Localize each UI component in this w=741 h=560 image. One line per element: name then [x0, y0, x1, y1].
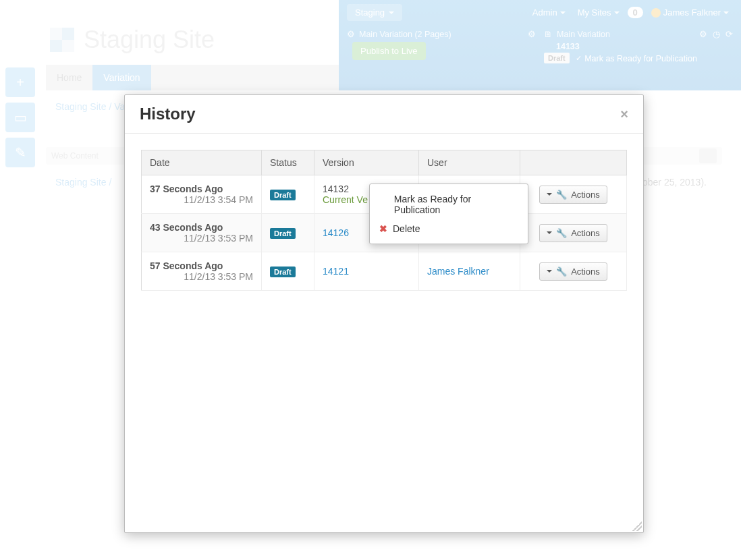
table-row: 57 Seconds Ago11/2/13 3:53 PM Draft 1412… — [142, 252, 627, 291]
body-breadcrumb[interactable]: Staging Site / — [55, 177, 111, 188]
mark-ready-item[interactable]: Mark as Ready for Publication — [370, 190, 528, 219]
user-link[interactable]: James Falkner — [427, 266, 489, 277]
variation-pages-label[interactable]: Main Variation (2 Pages) — [359, 30, 451, 39]
status-badge: Draft — [270, 267, 296, 277]
version-number: 14133 — [556, 42, 733, 51]
tab-home[interactable]: Home — [46, 65, 92, 90]
col-user: User — [419, 150, 520, 175]
modal-title: History — [140, 105, 196, 123]
gear-icon[interactable]: ⚙ — [528, 29, 536, 39]
chevron-down-icon — [389, 11, 394, 14]
history-modal: History × Date Status Version User 37 Se… — [124, 94, 644, 533]
actions-button[interactable]: 🔧Actions — [539, 262, 607, 281]
close-icon[interactable]: × — [620, 107, 628, 122]
chevron-down-icon — [560, 11, 566, 14]
mysites-menu[interactable]: My Sites — [574, 5, 624, 20]
preview-icon[interactable]: ▭ — [5, 103, 35, 132]
admin-menu[interactable]: Admin — [528, 5, 570, 20]
publish-to-live-button[interactable]: Publish to Live — [352, 42, 426, 60]
wrench-icon: 🔧 — [556, 228, 567, 238]
left-rail: + ▭ ✎ — [5, 67, 35, 167]
wrench-icon: 🔧 — [556, 190, 567, 200]
mark-ready-link[interactable]: Mark as Ready for Publication — [576, 54, 697, 63]
delete-icon: ✖ — [379, 223, 387, 234]
notification-badge[interactable]: 0 — [628, 7, 643, 18]
version-link[interactable]: 14126 — [323, 227, 349, 238]
delete-item[interactable]: ✖ Delete — [370, 219, 528, 238]
col-date: Date — [142, 150, 262, 175]
status-badge: Draft — [544, 53, 570, 63]
variation-label[interactable]: Main Variation — [557, 30, 610, 39]
actions-button[interactable]: 🔧Actions — [539, 186, 607, 204]
chevron-down-icon — [547, 193, 552, 196]
status-badge: Draft — [270, 190, 296, 200]
actions-button[interactable]: 🔧Actions — [539, 224, 607, 242]
reload-icon[interactable]: ⟳ — [725, 29, 733, 39]
avatar — [651, 8, 661, 18]
search-go-button[interactable] — [699, 148, 717, 163]
chevron-down-icon — [547, 231, 552, 234]
user-menu[interactable]: James Falkner — [647, 5, 733, 20]
gear-icon[interactable]: ⚙ — [347, 29, 355, 39]
site-title: Staging Site — [84, 26, 215, 54]
version-link[interactable]: 14121 — [323, 266, 349, 277]
admin-topbar: Staging Admin My Sites 0 James Falkner ⚙… — [339, 0, 741, 90]
search-placeholder: Web Content — [51, 151, 99, 161]
edit-icon[interactable]: ✎ — [5, 138, 35, 167]
actions-dropdown: Mark as Ready for Publication ✖ Delete — [369, 184, 528, 244]
col-version: Version — [314, 150, 419, 175]
chevron-down-icon — [723, 11, 729, 14]
clock-icon[interactable]: ◷ — [713, 29, 720, 39]
tab-variation[interactable]: Variation — [92, 65, 150, 90]
site-logo-icon — [50, 28, 74, 52]
chevron-down-icon — [614, 11, 620, 14]
body-date: ober 25, 2013). — [642, 177, 707, 188]
breadcrumb[interactable]: Staging Site / Va — [55, 101, 125, 112]
col-status: Status — [262, 150, 314, 175]
page-icon: 🗎 — [544, 30, 553, 39]
chevron-down-icon — [547, 270, 552, 273]
resize-handle[interactable] — [632, 522, 642, 531]
gear-icon[interactable]: ⚙ — [699, 29, 707, 39]
wrench-icon: 🔧 — [556, 267, 567, 277]
staging-site-button[interactable]: Staging — [347, 4, 402, 21]
status-badge: Draft — [270, 228, 296, 239]
add-icon[interactable]: + — [5, 67, 35, 97]
site-header: Staging Site — [50, 26, 215, 54]
